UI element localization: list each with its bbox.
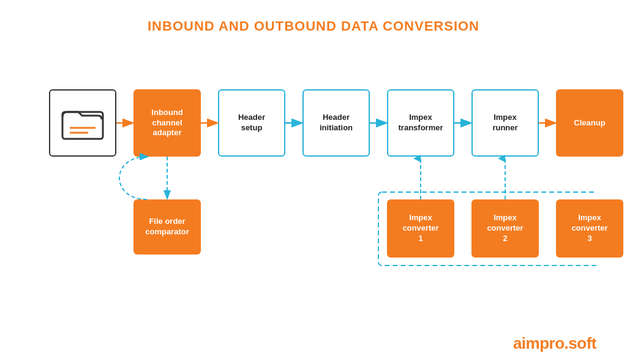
- impex-converter-2-box: Impex converter 2: [471, 199, 539, 258]
- folder-box: [49, 89, 116, 157]
- header-setup-box: Header setup: [218, 89, 285, 157]
- impex-runner-box: Impex runner: [471, 89, 539, 157]
- inbound-channel-adapter-box: Inbound channel adapter: [133, 89, 201, 157]
- file-order-comparator-box: File order comparator: [133, 199, 201, 254]
- header-initiation-box: Header initiation: [302, 89, 370, 157]
- diagram-area: Inbound channel adapter Header setup Hea…: [31, 53, 596, 316]
- cleanup-box: Cleanup: [556, 89, 623, 157]
- impex-converter-1-box: Impex converter 1: [387, 199, 454, 258]
- page-title: INBOUND AND OUTBOUND DATA CONVERSION: [31, 18, 596, 34]
- logo-part1: aimpro: [513, 334, 565, 352]
- impex-transformer-box: Impex transformer: [387, 89, 454, 157]
- logo: aimpro.soft: [513, 334, 596, 353]
- impex-converter-3-box: Impex converter 3: [556, 199, 623, 258]
- page: INBOUND AND OUTBOUND DATA CONVERSION Inb…: [0, 0, 627, 364]
- logo-part2: soft: [568, 334, 596, 352]
